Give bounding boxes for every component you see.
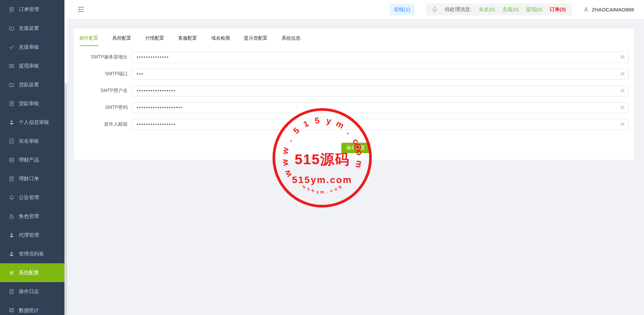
sidebar-item-label: 充值设置: [19, 25, 39, 32]
sidebar-item-label: 代理管理: [19, 232, 39, 238]
sidebar-item-label: 角色管理: [19, 213, 39, 220]
document-icon: [9, 289, 14, 295]
user-icon: [9, 120, 14, 125]
eye-slash-icon[interactable]: [620, 105, 625, 110]
sidebar-item-agent-management[interactable]: 代理管理: [0, 226, 64, 244]
folder-icon: [9, 26, 14, 31]
eye-slash-icon[interactable]: [620, 88, 625, 93]
sidebar-item-realname-review[interactable]: 实名审核: [0, 132, 64, 150]
pending-messages-bar: 待处理消息: 实名(0)充值(0)提现(0)订单(3): [426, 3, 572, 15]
sidebar-menu: 订单管理充值设置充值审核提现审核贷款设置贷款审核个人信息审核实名审核理财产品理财…: [0, 0, 64, 315]
gear-icon: [9, 270, 14, 276]
database-icon: [9, 157, 14, 163]
pending-link-realname[interactable]: 实名(0): [479, 6, 495, 13]
sidebar-item-system-config[interactable]: 系统配置: [0, 263, 64, 282]
eye-slash-icon[interactable]: [620, 122, 625, 127]
sidebar-item-label: 提现审核: [19, 63, 39, 69]
sidebar-item-data-statistics[interactable]: 数据统计: [0, 301, 64, 315]
pending-messages-label: 待处理消息:: [445, 6, 472, 13]
username: ZHAOCAIMAO888: [592, 7, 634, 12]
smtp-username-input[interactable]: [132, 85, 629, 96]
chart-board-icon: [9, 308, 14, 313]
scrollbar-thumb[interactable]: [64, 83, 67, 315]
pending-link-withdraw[interactable]: 提现(0): [526, 6, 542, 13]
sidebar-item-label: 贷款审核: [19, 100, 39, 107]
sidebar-item-profile-review[interactable]: 个人信息审核: [0, 113, 64, 132]
tab-bar: 邮件配置风控配置行情配置客服配置域名检测提示音配置系统信息: [80, 29, 629, 46]
sidebar: 订单管理充值设置充值审核提现审核贷款设置贷款审核个人信息审核实名审核理财产品理财…: [0, 0, 64, 315]
tab-service-config[interactable]: 客服配置: [178, 35, 197, 46]
tab-risk-config[interactable]: 风控配置: [112, 35, 131, 46]
save-config-button[interactable]: 保存配置: [341, 143, 370, 153]
sidebar-item-label: 充值审核: [19, 44, 39, 50]
sidebar-item-operation-log[interactable]: 操作日志: [0, 282, 64, 301]
sidebar-item-loan-settings[interactable]: 贷款设置: [0, 75, 64, 94]
smtp-port-input[interactable]: [132, 69, 629, 80]
pending-link-recharge[interactable]: 充值(0): [502, 6, 518, 13]
header-right: 在线(1) 待处理消息: 实名(0)充值(0)提现(0)订单(3) ZHAOCA…: [389, 3, 634, 15]
field-label-smtp-port: SMTP端口: [80, 71, 128, 77]
sidebar-item-label: 系统配置: [19, 270, 39, 276]
tab-system-info[interactable]: 系统信息: [282, 35, 300, 46]
field-label-smtp-password: SMTP密码: [80, 104, 128, 110]
sidebar-item-finance-orders[interactable]: 理财订单: [0, 169, 64, 188]
tab-sound-config[interactable]: 提示音配置: [244, 35, 267, 46]
form-row-smtp-port: SMTP端口: [80, 65, 629, 82]
sidebar-item-announcements[interactable]: 公告管理: [0, 188, 64, 207]
user-icon: [9, 251, 14, 257]
settings-card: 邮件配置风控配置行情配置客服配置域名检测提示音配置系统信息 SMTP服务器地址S…: [74, 29, 634, 160]
sidebar-item-label: 操作日志: [19, 288, 39, 295]
sender-email-input[interactable]: [132, 119, 629, 130]
sidebar-item-role-management[interactable]: 角色管理: [0, 207, 64, 226]
sidebar-item-label: 订单管理: [19, 6, 39, 13]
sidebar-item-admin-list[interactable]: 管理员列表: [0, 244, 64, 263]
field-label-sender-email: 发件人邮箱: [80, 121, 128, 127]
sidebar-item-label: 理财产品: [19, 157, 39, 163]
vertical-scrollbar[interactable]: [64, 0, 67, 315]
smtp-password-input[interactable]: [132, 102, 629, 113]
bell-icon: [432, 7, 438, 12]
sidebar-item-label: 贷款设置: [19, 82, 39, 88]
sidebar-item-label: 管理员列表: [19, 251, 44, 257]
tab-market-config[interactable]: 行情配置: [145, 35, 164, 46]
sidebar-item-order-management[interactable]: 订单管理: [0, 0, 64, 19]
user-menu[interactable]: ZHAOCAIMAO888: [583, 7, 634, 12]
field-label-smtp-server: SMTP服务器地址: [80, 54, 128, 60]
online-status-badge[interactable]: 在线(1): [389, 4, 414, 15]
money-icon: [9, 63, 14, 69]
field-label-smtp-username: SMTP用户名: [80, 88, 128, 94]
form-row-sender-email: 发件人邮箱: [80, 116, 629, 133]
document-icon: [9, 176, 14, 182]
sidebar-item-label: 数据统计: [19, 307, 39, 314]
sidebar-item-recharge-settings[interactable]: 充值设置: [0, 19, 64, 38]
sidebar-item-withdraw-review[interactable]: 提现审核: [0, 56, 64, 75]
document-icon: [9, 7, 14, 12]
pending-link-orders[interactable]: 订单(3): [550, 6, 566, 13]
form: SMTP服务器地址SMTP端口SMTP用户名SMTP密码发件人邮箱: [80, 49, 629, 133]
tab-domain-check[interactable]: 域名检测: [211, 35, 230, 46]
bell-icon: [9, 195, 14, 200]
sidebar-item-loan-review[interactable]: 贷款审核: [0, 94, 64, 113]
user-icon: [583, 7, 589, 12]
folder-icon: [9, 82, 14, 88]
save-row: 保存配置: [80, 143, 629, 153]
pending-links: 实名(0)充值(0)提现(0)订单(3): [479, 6, 566, 13]
eye-slash-icon[interactable]: [620, 54, 625, 60]
user-icon: [9, 232, 14, 238]
form-row-smtp-username: SMTP用户名: [80, 82, 629, 99]
main-content: 邮件配置风控配置行情配置客服配置域名检测提示音配置系统信息 SMTP服务器地址S…: [67, 19, 644, 315]
sidebar-item-recharge-review[interactable]: 充值审核: [0, 38, 64, 56]
smtp-server-input[interactable]: [132, 52, 629, 63]
tab-email-config[interactable]: 邮件配置: [80, 35, 98, 46]
sidebar-item-finance-products[interactable]: 理财产品: [0, 150, 64, 169]
sidebar-item-label: 公告管理: [19, 194, 39, 201]
sidebar-item-label: 实名审核: [19, 138, 39, 144]
document-check-icon: [9, 138, 14, 144]
form-row-smtp-server: SMTP服务器地址: [80, 49, 629, 65]
document-icon: [9, 101, 14, 106]
check-icon: [9, 44, 14, 50]
sidebar-fold-icon[interactable]: [77, 6, 85, 13]
eye-slash-icon[interactable]: [620, 71, 625, 77]
lock-icon: [9, 214, 14, 219]
sidebar-item-label: 个人信息审核: [19, 119, 49, 126]
